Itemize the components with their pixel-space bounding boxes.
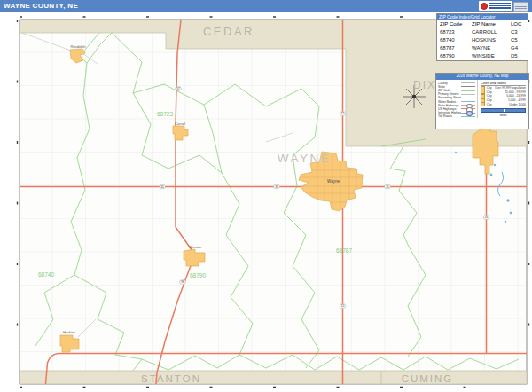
shield-57: 57 xyxy=(176,87,182,91)
city-label-wayne: Wayne xyxy=(327,179,340,184)
secondary-street-swatch xyxy=(461,98,475,98)
zip-code-index-table: ZIP Code Index/Grid Locator ZIP Code ZIP… xyxy=(436,13,528,61)
brand-badge xyxy=(513,2,528,12)
shield-15b: 15 xyxy=(340,304,346,309)
shield-15a-label: 15 xyxy=(341,112,345,115)
zip-label-68723: 68723 xyxy=(157,111,173,117)
zip-code: 68787 xyxy=(440,44,472,52)
us-highway-swatch xyxy=(461,108,475,109)
zip-loc: G4 xyxy=(511,44,527,52)
shield-35c: 35 xyxy=(385,184,391,189)
zip-code: 68740 xyxy=(440,36,472,44)
shield-57-label: 57 xyxy=(176,87,180,90)
table-row: 68787 WAYNE G4 xyxy=(437,44,528,52)
table-row: 68790 WINSIDE D5 xyxy=(437,52,528,60)
city-label-hoskins: Hoskins xyxy=(63,330,75,334)
county-label-cedar: CEDAR xyxy=(203,25,254,38)
shield-35a: 35 xyxy=(160,184,166,189)
zip-code: 68790 xyxy=(440,52,472,60)
scale-bar-label: Miles xyxy=(481,114,526,117)
zip-name: WAYNE xyxy=(472,44,511,52)
state-highway-swatch xyxy=(461,105,475,106)
map-legend: 2016 Wayne County, NE Map County State Z… xyxy=(435,73,529,129)
water-swatch xyxy=(461,101,475,102)
shield-35b-label: 35 xyxy=(275,185,278,189)
table-row: 68723 CARROLL C3 xyxy=(437,28,528,36)
shield-35b: 35 xyxy=(274,184,280,189)
zip-table-column-headers: ZIP Code ZIP Name LOC xyxy=(437,20,528,28)
brand-wordmark xyxy=(489,2,511,10)
shield-16-label: 16 xyxy=(485,216,489,219)
shield-35c-label: 35 xyxy=(386,185,389,189)
city-size-row: City Under 1,000 xyxy=(481,102,526,106)
shield-16: 16 xyxy=(483,216,489,220)
county-label-cuming: CUMING xyxy=(402,373,454,384)
interstate-swatch xyxy=(461,113,475,114)
col-loc: LOC xyxy=(511,20,527,28)
zip-label-68790: 68790 xyxy=(190,272,206,278)
city-label-carroll: Carroll xyxy=(175,122,185,126)
zip-name: HOSKINS xyxy=(472,36,511,44)
city-size-row: City 1,000 - 4,999 xyxy=(481,98,526,103)
shield-15b-label: 15 xyxy=(341,304,345,308)
primary-street-swatch xyxy=(461,94,475,95)
scale-bar-graphic xyxy=(481,108,526,113)
table-row: 68740 HOSKINS C5 xyxy=(437,36,528,44)
county-label-wayne: WAYNE xyxy=(278,152,332,165)
brand-logo xyxy=(479,1,512,11)
toll-road-swatch xyxy=(461,116,475,117)
brand-swirl-icon xyxy=(481,3,488,10)
map-page: WAYNE COUNTY, NE xyxy=(0,0,532,392)
map-canvas: 35 35 35 15 15 xyxy=(0,12,532,392)
legend-symbols-column: County State ZIP Code Primary Streets Se… xyxy=(436,80,477,119)
col-zip-code: ZIP Code xyxy=(440,20,472,28)
county-map-svg: 35 35 35 15 15 xyxy=(0,12,532,392)
page-title: WAYNE COUNTY, NE xyxy=(4,0,78,12)
col-zip-name: ZIP Name xyxy=(472,20,511,28)
shield-35a-label: 35 xyxy=(160,185,164,189)
city-size-row: City 5,000 - 24,999 xyxy=(481,94,526,98)
zip-name: CARROLL xyxy=(472,28,511,36)
shield-98-label: 98 xyxy=(181,280,184,284)
zip-label-68787: 68787 xyxy=(336,247,352,254)
scale-bar: Miles xyxy=(481,108,526,116)
legend-cities-column: Cities and Towns City Over 99,999 popula… xyxy=(477,80,528,119)
shield-15a: 15 xyxy=(340,112,346,116)
state-line-swatch xyxy=(461,86,475,87)
city-label-randolph: Randolph xyxy=(70,44,85,49)
city-size-row: City 25,000 - 99,999 xyxy=(481,90,526,95)
legend-item: Toll Roads xyxy=(438,114,475,118)
city-square-icon xyxy=(481,102,485,106)
zip-loc: D5 xyxy=(511,52,527,60)
zip-name: WINSIDE xyxy=(472,52,511,60)
city-label-winside: Winside xyxy=(189,245,202,249)
county-line-swatch xyxy=(461,82,475,83)
zip-table-header: ZIP Code Index/Grid Locator xyxy=(437,14,528,20)
shield-98: 98 xyxy=(180,280,186,285)
city-size-row: City Over 99,999 population xyxy=(481,86,526,90)
zip-code: 68723 xyxy=(440,28,472,36)
zip-line-swatch xyxy=(461,90,475,90)
county-label-stanton: STANTON xyxy=(141,373,201,384)
zip-loc: C5 xyxy=(511,36,527,44)
zip-label-68740: 68740 xyxy=(38,271,54,278)
title-bar: WAYNE COUNTY, NE xyxy=(0,0,532,12)
zip-loc: C3 xyxy=(511,28,527,36)
